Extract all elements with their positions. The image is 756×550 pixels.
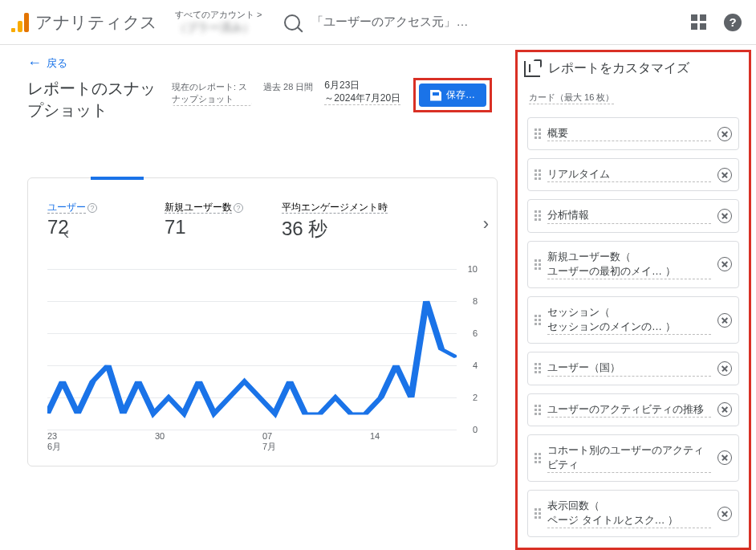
remove-icon[interactable] bbox=[717, 209, 732, 223]
line-chart: 10 8 6 4 2 0 bbox=[47, 269, 478, 430]
date-range-picker[interactable]: 6月23日 ～2024年7月20日 bbox=[324, 79, 400, 105]
metric-avg-engagement[interactable]: 平均エンゲージメント時 36 秒 bbox=[282, 199, 418, 242]
report-status-pill: 現在のレポート: スナップショット bbox=[172, 81, 252, 106]
x-tick: 14 bbox=[370, 431, 478, 453]
card-item[interactable]: リアルタイム bbox=[527, 158, 739, 191]
remove-icon[interactable] bbox=[717, 168, 732, 182]
y-tick: 10 bbox=[468, 264, 478, 274]
drag-handle-icon[interactable] bbox=[534, 405, 541, 415]
save-button-label: 保存… bbox=[446, 88, 475, 102]
x-tick: 30 bbox=[155, 431, 262, 453]
card-max-label: カード（最大 16 枚） bbox=[529, 92, 614, 104]
drag-handle-icon[interactable] bbox=[534, 128, 541, 139]
card-label: 新規ユーザー数（ ユーザーの最初のメイ… ） bbox=[547, 250, 711, 279]
metric-label: 平均エンゲージメント時 bbox=[282, 202, 388, 214]
analytics-logo-icon bbox=[11, 13, 29, 32]
remove-icon[interactable] bbox=[717, 402, 732, 417]
y-tick: 4 bbox=[473, 361, 478, 370]
customize-icon bbox=[524, 61, 540, 77]
remove-icon[interactable] bbox=[717, 450, 732, 465]
account-selector[interactable]: すべてのアカウント > （ブラー済み） bbox=[175, 9, 262, 35]
info-icon[interactable]: ? bbox=[234, 203, 243, 213]
remove-icon[interactable] bbox=[717, 257, 732, 271]
drag-handle-icon[interactable] bbox=[534, 210, 541, 221]
drag-handle-icon[interactable] bbox=[534, 453, 541, 463]
breadcrumb-top: すべてのアカウント > bbox=[175, 9, 262, 21]
card-item[interactable]: セッション（ セッションのメインの… ） bbox=[527, 296, 739, 344]
drag-handle-icon[interactable] bbox=[534, 315, 541, 325]
card-label: セッション（ セッションのメインの… ） bbox=[547, 305, 711, 335]
card-item[interactable]: ユーザーのアクティビティの推移 bbox=[527, 393, 739, 426]
back-label: 戻る bbox=[47, 56, 67, 71]
card-item[interactable]: 表示回数（ ページ タイトルとスク… ） bbox=[527, 490, 739, 537]
card-item[interactable]: 概要 bbox=[527, 117, 739, 150]
date-period-label: 過去 28 日間 bbox=[263, 81, 313, 93]
y-tick: 8 bbox=[473, 296, 478, 306]
card-item[interactable]: 新規ユーザー数（ ユーザーの最初のメイ… ） bbox=[527, 241, 739, 288]
active-metric-indicator bbox=[91, 177, 144, 180]
remove-icon[interactable] bbox=[717, 313, 732, 328]
y-tick: 0 bbox=[473, 425, 478, 434]
chevron-right-icon[interactable]: › bbox=[483, 214, 489, 234]
chevron-left-icon[interactable]: ‹ bbox=[36, 214, 87, 244]
save-button-highlight: 保存… bbox=[413, 78, 492, 112]
top-header: アナリティクス すべてのアカウント > （ブラー済み） 「ユーザーのアクセス元」… bbox=[0, 0, 756, 45]
info-icon[interactable]: ? bbox=[87, 203, 97, 213]
card-label: ユーザーのアクティビティの推移 bbox=[547, 402, 711, 418]
x-tick: 07 7月 bbox=[262, 431, 370, 453]
metric-label: ユーザー bbox=[47, 202, 86, 214]
save-button[interactable]: 保存… bbox=[419, 84, 486, 107]
card-item[interactable]: 分析情報 bbox=[527, 199, 739, 232]
customize-panel-title: レポートをカスタマイズ bbox=[548, 60, 689, 77]
card-label: 表示回数（ ページ タイトルとスク… ） bbox=[547, 499, 711, 528]
card-label: ユーザー（国） bbox=[547, 361, 711, 376]
customize-report-panel: レポートをカスタマイズ カード（最大 16 枚） 概要リアルタイム分析情報新規ユ… bbox=[515, 50, 751, 550]
help-icon[interactable]: ? bbox=[724, 14, 742, 31]
metric-chart-card: ‹ › ユーザー? 72 新規ユーザー数? 71 平均エンゲージメント時 36 … bbox=[27, 177, 498, 466]
metric-value: 71 bbox=[165, 216, 245, 238]
metric-label: 新規ユーザー数 bbox=[165, 202, 232, 214]
card-item[interactable]: ユーザー（国） bbox=[527, 352, 739, 385]
app-name: アナリティクス bbox=[35, 11, 157, 34]
y-tick: 2 bbox=[473, 393, 478, 402]
back-button[interactable]: ← 戻る bbox=[27, 55, 67, 71]
remove-icon[interactable] bbox=[717, 361, 732, 376]
card-item[interactable]: コホート別のユーザーのアクティビティ bbox=[527, 434, 739, 482]
save-icon bbox=[430, 90, 441, 101]
arrow-left-icon: ← bbox=[27, 55, 42, 71]
card-label: リアルタイム bbox=[547, 167, 711, 182]
drag-handle-icon[interactable] bbox=[534, 259, 541, 270]
remove-icon[interactable] bbox=[717, 127, 732, 141]
drag-handle-icon[interactable] bbox=[534, 363, 541, 373]
y-tick: 6 bbox=[473, 328, 478, 338]
search-box[interactable]: 「ユーザーのアクセス元」… bbox=[284, 14, 509, 31]
card-label: 分析情報 bbox=[547, 208, 711, 223]
search-icon bbox=[284, 14, 300, 31]
x-tick: 23 6月 bbox=[47, 431, 155, 453]
card-label: 概要 bbox=[547, 126, 711, 141]
drag-handle-icon[interactable] bbox=[534, 508, 541, 519]
metric-value: 36 秒 bbox=[282, 216, 418, 242]
breadcrumb-bottom: （ブラー済み） bbox=[175, 21, 262, 35]
apps-grid-icon[interactable] bbox=[691, 14, 706, 30]
metric-new-users[interactable]: 新規ユーザー数? 71 bbox=[165, 199, 245, 238]
page-title: レポートのスナップショット bbox=[27, 78, 164, 121]
card-label: コホート別のユーザーのアクティビティ bbox=[547, 443, 711, 473]
search-placeholder: 「ユーザーのアクセス元」… bbox=[311, 14, 468, 30]
remove-icon[interactable] bbox=[717, 507, 732, 521]
drag-handle-icon[interactable] bbox=[534, 169, 541, 180]
